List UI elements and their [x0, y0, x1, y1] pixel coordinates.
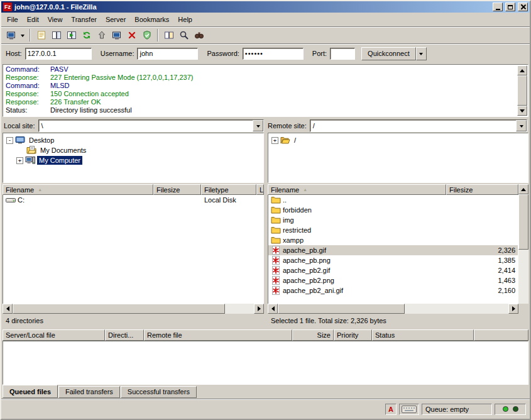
toggle-message-log-button[interactable]: [34, 28, 48, 42]
file-row[interactable]: apache_pb2.gif 2,414: [268, 265, 518, 275]
scroll-right-button[interactable]: [508, 304, 518, 314]
message-log-icon: [36, 30, 47, 40]
host-input[interactable]: [25, 48, 92, 60]
image-file-icon: [271, 275, 281, 285]
refresh-button[interactable]: [79, 28, 94, 42]
tree-item-my-documents[interactable]: My Documents: [3, 145, 263, 155]
remote-file-list: .. forbidden img restricted xampp apache…: [268, 195, 518, 304]
scroll-thumb[interactable]: [518, 194, 528, 250]
menu-bookmarks[interactable]: Bookmarks: [130, 14, 173, 25]
scroll-up-button[interactable]: [517, 65, 527, 75]
close-button[interactable]: [518, 3, 528, 11]
port-input[interactable]: [330, 48, 355, 60]
remote-vertical-scrollbar[interactable]: [518, 184, 528, 314]
local-site-dropdown-button[interactable]: [253, 120, 263, 131]
magnifier-icon: [179, 30, 189, 40]
column-header-remote-file[interactable]: Remote file: [144, 329, 292, 341]
upload-arrow-icon: [97, 30, 107, 40]
expand-icon[interactable]: [271, 137, 278, 144]
window-title: john@127.0.0.1 - FileZilla: [14, 3, 490, 11]
tab-successful-transfers[interactable]: Successful transfers: [121, 386, 197, 398]
local-site-combobox[interactable]: \: [38, 119, 264, 132]
process-queue-button[interactable]: [94, 28, 109, 42]
file-row[interactable]: xampp: [268, 235, 518, 245]
image-file-icon: [271, 265, 281, 275]
scroll-thumb[interactable]: [278, 304, 405, 314]
scroll-thumb[interactable]: [517, 75, 527, 106]
folder-icon: [271, 205, 281, 215]
minimize-button[interactable]: [493, 3, 503, 11]
filter-files-button[interactable]: [192, 28, 206, 42]
column-header-filesize[interactable]: Filesize: [446, 184, 518, 195]
menu-server[interactable]: Server: [101, 14, 130, 25]
column-header-size[interactable]: Size: [292, 329, 334, 341]
message-log: Command:PASV Response:227 Entering Passi…: [3, 64, 528, 117]
file-row[interactable]: forbidden: [268, 205, 518, 215]
scroll-thumb[interactable]: [13, 304, 225, 314]
local-horizontal-scrollbar[interactable]: [3, 304, 264, 314]
tree-item-root[interactable]: /: [268, 135, 528, 145]
toolbar-separator: [157, 29, 158, 41]
column-header-filetype[interactable]: Filetype: [201, 184, 256, 195]
file-row[interactable]: apache_pb2.png 1,463: [268, 275, 518, 285]
menu-view[interactable]: View: [43, 14, 67, 25]
quickconnect-button[interactable]: Quickconnect: [361, 47, 416, 60]
preview-button[interactable]: [109, 28, 124, 42]
toggle-local-tree-button[interactable]: [49, 28, 63, 42]
column-header-filename[interactable]: Filename: [3, 184, 153, 195]
column-header-filename[interactable]: Filename: [268, 184, 446, 195]
file-row-c-drive[interactable]: C: Local Disk: [3, 195, 263, 205]
directory-comparison-button[interactable]: [161, 28, 176, 42]
file-row[interactable]: apache_pb2_ani.gif 2,160: [268, 285, 518, 296]
password-input[interactable]: [243, 48, 304, 60]
scroll-down-button[interactable]: [517, 106, 527, 116]
site-manager-icon: [6, 30, 16, 40]
drive-icon: [6, 195, 16, 205]
expand-icon[interactable]: [16, 157, 23, 164]
column-header-priority[interactable]: Priority: [334, 329, 372, 341]
folder-icon: [271, 225, 281, 235]
remote-site-dropdown-button[interactable]: [516, 120, 527, 131]
site-manager-dropdown-button[interactable]: [19, 28, 26, 42]
toggle-remote-tree-button[interactable]: [64, 28, 79, 42]
column-header-last-modified[interactable]: L: [256, 184, 264, 195]
queue-status-panel: Queue: empty: [422, 404, 492, 415]
column-header-status[interactable]: Status: [372, 329, 474, 341]
scroll-left-button[interactable]: [268, 304, 278, 314]
file-row[interactable]: apache_pb.png 1,385: [268, 255, 518, 265]
file-row[interactable]: img: [268, 215, 518, 225]
menu-edit[interactable]: Edit: [23, 14, 43, 25]
file-row[interactable]: ..: [268, 195, 518, 205]
menu-help[interactable]: Help: [173, 14, 197, 25]
scroll-up-button[interactable]: [518, 184, 528, 194]
collapse-icon[interactable]: [6, 137, 13, 144]
column-header-direction[interactable]: Directi...: [105, 329, 144, 341]
quickconnect-dropdown-button[interactable]: [416, 47, 427, 60]
tab-queued-files[interactable]: Queued files: [3, 385, 58, 398]
username-input[interactable]: [137, 48, 198, 60]
file-row-selected[interactable]: apache_pb.gif 2,326: [268, 245, 518, 255]
remote-site-combobox[interactable]: /: [310, 119, 527, 132]
site-manager-button[interactable]: [4, 28, 18, 42]
menu-file[interactable]: File: [3, 14, 23, 25]
scroll-left-button[interactable]: [3, 304, 13, 314]
username-label: Username:: [101, 50, 134, 57]
maximize-button[interactable]: [505, 3, 515, 11]
local-tree-icon: [52, 30, 62, 40]
tab-failed-transfers[interactable]: Failed transfers: [58, 386, 120, 398]
tree-item-my-computer[interactable]: My Computer: [3, 155, 263, 165]
menu-transfer[interactable]: Transfer: [67, 14, 101, 25]
scroll-right-button[interactable]: [254, 304, 264, 314]
cancel-operation-button[interactable]: [124, 28, 139, 42]
local-site-row: Local site: \: [4, 119, 264, 133]
column-header-filesize[interactable]: Filesize: [153, 184, 201, 195]
image-file-icon: [271, 245, 281, 255]
column-header-server-local-file[interactable]: Server/Local file: [3, 329, 105, 341]
remote-horizontal-scrollbar[interactable]: [268, 304, 518, 314]
log-scrollbar[interactable]: [517, 65, 527, 116]
file-row[interactable]: restricted: [268, 225, 518, 235]
secure-status-button[interactable]: [140, 28, 154, 42]
find-files-button[interactable]: [177, 28, 191, 42]
tree-item-desktop[interactable]: Desktop: [3, 135, 263, 145]
remote-site-label: Remote site:: [268, 122, 307, 130]
